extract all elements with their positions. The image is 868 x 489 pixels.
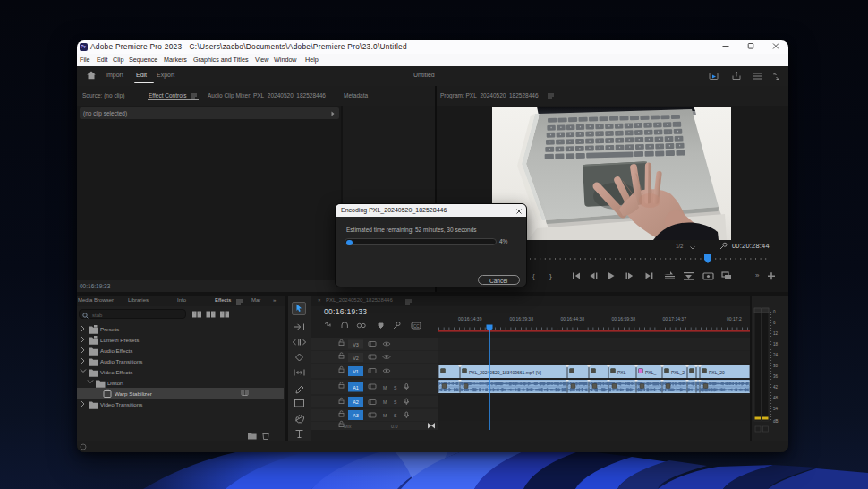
svg-text:dB: dB [773,419,779,424]
svg-text:00:17:14:37: 00:17:14:37 [663,316,687,322]
svg-text:36: 36 [773,374,779,379]
svg-text:00:17:2: 00:17:2 [727,316,742,322]
svg-text:00:16:14:39: 00:16:14:39 [458,316,482,322]
svg-text:PXL_20: PXL_20 [709,370,725,375]
svg-text:Audio Transitions: Audio Transitions [100,358,142,365]
svg-text:Audio Effects: Audio Effects [100,347,132,354]
svg-text:24: 24 [773,353,779,357]
svg-text:30: 30 [773,364,779,368]
svg-text:00:16:44:38: 00:16:44:38 [561,316,585,322]
svg-text:Presets: Presets [100,326,119,332]
svg-text:48: 48 [773,396,779,400]
svg-text:V2: V2 [353,356,359,361]
svg-text:A1: A1 [353,385,359,390]
svg-text:V3: V3 [353,342,359,347]
svg-text:{: { [532,272,535,280]
svg-text:54: 54 [773,407,779,411]
svg-text:Warp Stabilizer: Warp Stabilizer [115,390,152,397]
svg-text:12: 12 [773,331,779,336]
svg-text:M: M [383,413,387,418]
svg-text:Video Transitions: Video Transitions [100,401,142,408]
svg-text:V1: V1 [353,369,359,374]
svg-text:00:16:29:38: 00:16:29:38 [510,316,534,322]
svg-text:PXL: PXL [617,370,626,375]
svg-text:18: 18 [773,342,779,347]
svg-text:A2: A2 [353,399,359,405]
svg-text:PXL_: PXL_ [645,370,656,375]
svg-text:0: 0 [773,310,776,314]
svg-text:Lumetri Presets: Lumetri Presets [100,337,139,343]
svg-text:PXL_2: PXL_2 [671,370,685,375]
svg-text:0.0: 0.0 [391,424,398,429]
svg-text:42: 42 [773,385,779,390]
svg-text:CC: CC [413,324,420,329]
svg-text:00:16:59:38: 00:16:59:38 [612,316,636,322]
svg-text:Distort: Distort [107,380,123,386]
svg-text:}: } [549,272,552,280]
svg-text:»: » [755,271,760,279]
svg-text:Video Effects: Video Effects [100,369,132,375]
svg-text:PXL_20240520_183409661.mp4 [V]: PXL_20240520_183409661.mp4 [V] [469,370,542,375]
svg-text:6: 6 [773,321,776,325]
svg-text:Mix: Mix [344,424,352,429]
svg-text:M: M [383,399,387,405]
svg-text:A3: A3 [353,413,359,418]
svg-text:M: M [383,385,387,390]
